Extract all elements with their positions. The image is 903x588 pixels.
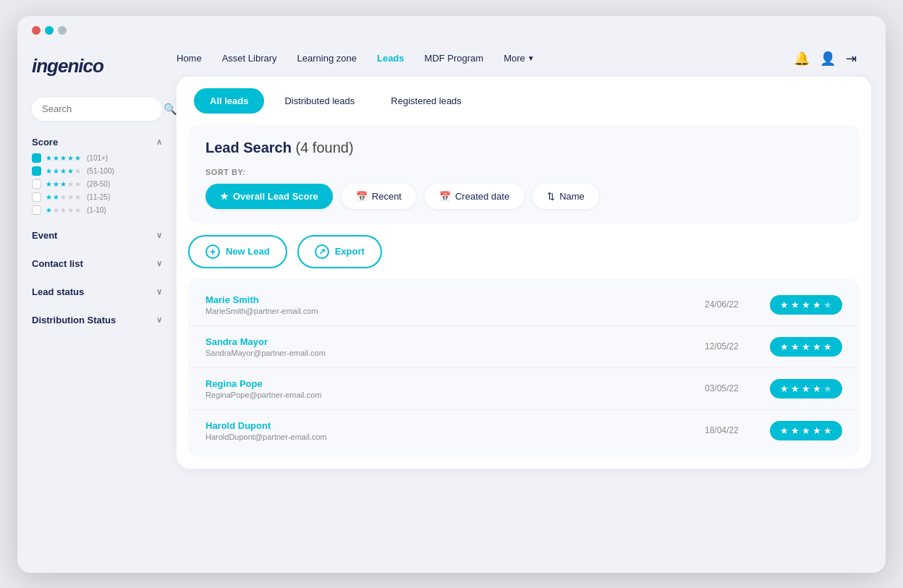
star: ★ — [60, 167, 67, 175]
star: ★ — [780, 425, 789, 436]
window-dot-light[interactable] — [58, 26, 67, 35]
lead-date: 12/05/22 — [705, 341, 770, 351]
tab-registered-leads[interactable]: Registered leads — [375, 88, 478, 114]
star: ★ — [813, 299, 821, 310]
lead-stars: ★ ★ ★ ★ ★ — [770, 337, 842, 357]
logo: ingenico — [32, 55, 162, 77]
filter-contact-list: Contact list ∨ — [32, 258, 162, 275]
score-range-2: (11-25) — [87, 193, 110, 201]
lead-date: 03/05/22 — [705, 383, 770, 393]
star: ★ — [60, 193, 67, 201]
search-box[interactable]: 🔍 — [32, 98, 162, 121]
table-row[interactable]: Sandra Mayor SandraMayor@partner-email.c… — [188, 326, 860, 368]
star: ★ — [791, 341, 800, 352]
table-row[interactable]: Regina Pope ReginaPope@partner-email.com… — [188, 368, 860, 410]
star: ★ — [802, 341, 810, 352]
stars-5: ★ ★ ★ ★ ★ — [46, 154, 81, 162]
export-icon: ↗ — [315, 244, 329, 259]
star: ★ — [802, 299, 810, 310]
chevron-down-icon: ∨ — [156, 259, 162, 268]
star: ★ — [46, 154, 52, 162]
stars-1: ★ ★ ★ ★ ★ — [46, 206, 81, 214]
stars-4: ★ ★ ★ ★ ★ — [46, 167, 81, 175]
filter-lead-status: Lead status ∨ — [32, 286, 162, 303]
score-checkbox-2[interactable] — [32, 192, 41, 202]
lead-name: Sandra Mayor — [205, 336, 705, 347]
stars-3: ★ ★ ★ ★ ★ — [46, 180, 81, 188]
window-dot-red[interactable] — [32, 26, 41, 35]
new-lead-button[interactable]: + New Lead — [188, 235, 287, 268]
star: ★ — [60, 180, 67, 188]
title-bar — [17, 16, 886, 41]
star: ★ — [67, 206, 74, 214]
filter-score-title[interactable]: Score ∧ — [32, 137, 162, 148]
filter-distribution-title[interactable]: Distribution Status ∨ — [32, 315, 162, 325]
star: ★ — [75, 193, 81, 201]
star: ★ — [823, 425, 832, 436]
nav-home[interactable]: Home — [177, 53, 202, 64]
star: ★ — [813, 383, 821, 394]
nav-asset-library[interactable]: Asset Library — [222, 53, 277, 64]
table-row[interactable]: Harold Dupont HaroldDupont@partner-email… — [188, 410, 860, 451]
star: ★ — [53, 167, 59, 175]
star: ★ — [791, 299, 800, 310]
sort-btn-created-date[interactable]: 📅 Created date — [425, 184, 524, 209]
search-icon: 🔍 — [164, 103, 177, 116]
star: ★ — [823, 341, 832, 352]
star: ★ — [53, 193, 59, 201]
action-bar: + New Lead ↗ Export — [177, 235, 871, 278]
calendar-icon: 📅 — [439, 191, 451, 202]
star: ★ — [802, 425, 810, 436]
star: ★ — [780, 299, 789, 310]
tab-all-leads[interactable]: All leads — [194, 88, 264, 114]
chevron-up-icon: ∧ — [156, 137, 162, 147]
star: ★ — [67, 180, 74, 188]
sidebar: ingenico 🔍 Score ∧ ★ ★ ★ ★ — [17, 41, 177, 483]
notification-icon[interactable]: 🔔 — [794, 51, 810, 67]
star: ★ — [53, 154, 59, 162]
search-input[interactable] — [42, 103, 164, 114]
table-row[interactable]: Marie Smith MarieSmith@partner-email.com… — [188, 284, 860, 326]
star: ★ — [67, 193, 74, 201]
nav-mdf-program[interactable]: MDF Program — [425, 53, 484, 64]
window-dot-teal[interactable] — [45, 26, 54, 35]
filter-contact-title[interactable]: Contact list ∨ — [32, 258, 162, 269]
score-checkbox-5[interactable] — [32, 153, 41, 163]
tabs: All leads Distributed leads Registered l… — [177, 77, 871, 114]
filter-event-title[interactable]: Event ∨ — [32, 230, 162, 241]
score-item-5[interactable]: ★ ★ ★ ★ ★ (101+) — [32, 153, 162, 163]
score-item-3[interactable]: ★ ★ ★ ★ ★ (28-50) — [32, 179, 162, 189]
score-checkbox-3[interactable] — [32, 179, 41, 189]
lead-name: Regina Pope — [205, 378, 705, 389]
nav-more[interactable]: More ▼ — [504, 53, 535, 64]
chevron-down-icon: ∨ — [156, 287, 162, 297]
filter-lead-status-title[interactable]: Lead status ∨ — [32, 286, 162, 297]
score-checkbox-1[interactable] — [32, 205, 41, 215]
score-checkbox-4[interactable] — [32, 166, 41, 176]
star: ★ — [791, 383, 800, 394]
sort-btn-name[interactable]: ⇅ Name — [533, 184, 599, 209]
score-item-2[interactable]: ★ ★ ★ ★ ★ (11-25) — [32, 192, 162, 202]
nav-leads[interactable]: Leads — [377, 53, 404, 64]
score-range-5: (101+) — [87, 154, 108, 162]
star: ★ — [46, 193, 52, 201]
sort-btn-overall-lead-score[interactable]: ★ Overall Lead Score — [205, 184, 333, 209]
star: ★ — [791, 425, 800, 436]
lead-search-title: Lead Search (4 found) — [205, 140, 842, 156]
score-item-1[interactable]: ★ ★ ★ ★ ★ (1-10) — [32, 205, 162, 215]
logout-icon[interactable]: ⇥ — [846, 51, 857, 67]
lead-email: ReginaPope@partner-email.com — [205, 391, 705, 399]
score-item-4[interactable]: ★ ★ ★ ★ ★ (51-100) — [32, 166, 162, 176]
tab-distributed-leads[interactable]: Distributed leads — [268, 88, 370, 114]
export-button[interactable]: ↗ Export — [297, 235, 382, 268]
lead-stars: ★ ★ ★ ★ ★ — [770, 379, 842, 399]
nav-learning-zone[interactable]: Learning zone — [297, 53, 357, 64]
user-icon[interactable]: 👤 — [820, 51, 836, 67]
star-half: ★ — [823, 383, 832, 394]
sort-panel: Lead Search (4 found) SORT BY: ★ Overall… — [188, 125, 860, 223]
star: ★ — [46, 167, 52, 175]
sort-btn-recent[interactable]: 📅 Recent — [342, 184, 416, 209]
star-half: ★ — [823, 299, 832, 310]
star: ★ — [802, 383, 810, 394]
star: ★ — [67, 154, 74, 162]
